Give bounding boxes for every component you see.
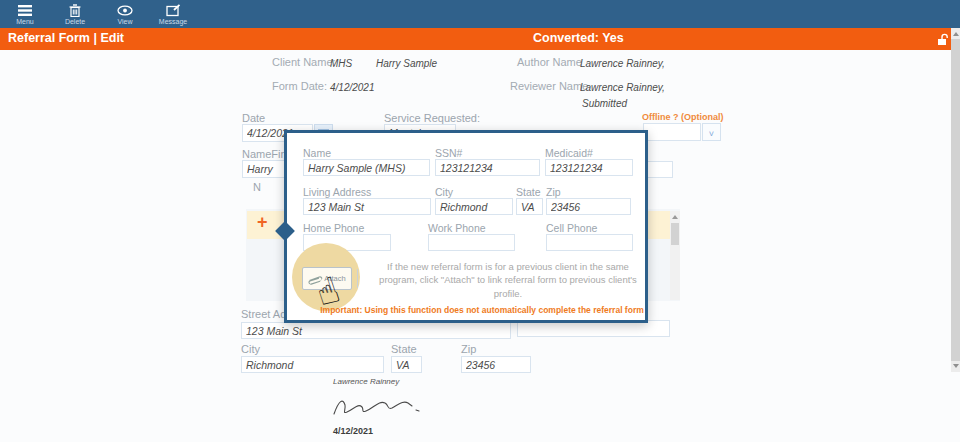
modal-ssn-label: SSN# [435,147,462,159]
author-name-value: Lawrence Rainney, [580,58,665,69]
unlock-icon[interactable] [936,33,949,46]
modal-work-phone-input[interactable] [428,234,515,251]
page-scrollbar[interactable] [951,28,960,372]
modal-living-address-label: Living Address [303,186,371,198]
modal-work-phone-label: Work Phone [428,222,486,234]
grid-scrollbar-thumb[interactable] [671,223,679,245]
modal-cell-phone-input[interactable] [546,234,633,251]
modal-medicaid-input[interactable] [545,159,633,176]
page-title: Referral Form | Edit [8,31,124,45]
view-button[interactable]: View [103,1,147,28]
grid-scroll-up-arrow[interactable] [672,215,678,219]
modal-warning-text: Important: Using this function does not … [317,305,647,315]
signature-date: 4/12/2021 [333,426,373,436]
modal-living-address-input[interactable] [303,198,431,215]
zip-input[interactable] [461,356,531,373]
form-date-label: Form Date: [272,80,327,92]
covered-label-fragment: N [253,181,261,193]
view-icon [117,4,133,17]
signature-image [330,390,426,422]
grid-scrollbar[interactable] [670,211,680,300]
modal-state-label: State [516,186,541,198]
title-bar: Referral Form | Edit Converted: Yes [0,28,960,50]
view-label: View [103,18,147,25]
offline-select-button[interactable]: ˅ [702,123,721,141]
author-name-label: Author Name [517,56,582,68]
state-input[interactable] [391,356,422,373]
page-scroll-up-arrow[interactable] [953,32,959,36]
modal-city-input[interactable] [435,198,513,215]
modal-name-input[interactable] [303,159,430,176]
city-label: City [241,343,260,355]
modal-cell-phone-label: Cell Phone [546,222,597,234]
modal-instruction-text: If the new referral form is for a previo… [367,260,649,300]
state-label: State [391,343,417,355]
menu-label: Menu [3,18,47,25]
service-requested-label: Service Requested: [384,112,480,124]
modal-city-label: City [435,186,453,198]
modal-medicaid-label: Medicaid# [545,147,593,159]
app-window: Menu Delete View Mes [0,0,960,442]
message-label: Message [151,18,195,25]
zip-label: Zip [461,343,476,355]
delete-icon [68,4,82,17]
reviewer-name-value: Lawrence Rainney, [580,82,665,93]
modal-ssn-input[interactable] [435,159,540,176]
delete-label: Delete [53,18,97,25]
client-name-label: Client Name: [272,56,336,68]
offline-optional-label: Offline ? (Optional) [642,112,724,122]
menu-button[interactable]: Menu [3,1,47,28]
attach-client-modal: Name SSN# Medicaid# Living Address City … [284,130,648,323]
main-toolbar: Menu Delete View Mes [0,0,960,28]
chevron-down-icon: ˅ [709,129,714,139]
modal-state-input[interactable] [516,198,543,215]
modal-home-phone-label: Home Phone [303,222,364,234]
client-name-value: Harry Sample [376,58,437,69]
delete-button[interactable]: Delete [53,1,97,28]
page-scrollbar-thumb[interactable] [951,39,960,361]
converted-status: Converted: Yes [533,31,624,45]
modal-zip-input[interactable] [546,198,631,215]
add-row-button[interactable]: + [257,212,268,233]
reviewer-name-label: Reviewer Name [510,80,588,92]
modal-name-label: Name [303,147,331,159]
message-icon [166,4,181,17]
form-date-value: 4/12/2021 [330,82,375,93]
offline-select-input[interactable] [643,123,701,141]
submitted-status: Submitted [582,98,627,109]
menu-icon [17,4,33,17]
attach-divider [357,269,358,288]
modal-zip-label: Zip [546,186,561,198]
date-label: Date [242,112,265,124]
message-button[interactable]: Message [151,1,195,28]
city-input[interactable] [241,356,384,373]
page-scroll-down-arrow[interactable] [953,364,959,368]
street-address-input[interactable] [241,322,511,339]
signature-name: Lawrence Rainney [333,377,399,386]
client-code: MHS [330,58,352,69]
